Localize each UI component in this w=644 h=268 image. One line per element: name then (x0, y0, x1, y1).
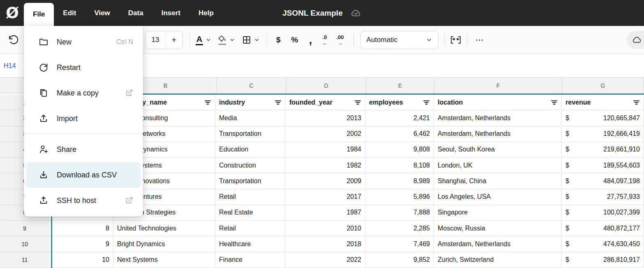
file-menu-item-make-a-copy[interactable]: Make a copy (26, 80, 141, 106)
cell-industry[interactable]: Education (215, 142, 286, 158)
menubar-item-data[interactable]: Data (119, 0, 152, 26)
cell-revenue[interactable]: $286,810,917 (562, 252, 644, 268)
column-field-header-industry[interactable]: industry (215, 95, 286, 110)
cell-employees[interactable]: 7,469 (365, 236, 434, 252)
more-options-button[interactable]: ⋯ (471, 32, 489, 48)
cell-employees[interactable]: 8,108 (365, 158, 434, 173)
cell-employees[interactable]: 9,852 (365, 252, 434, 268)
filter-icon[interactable] (354, 100, 361, 105)
row-header-10[interactable]: 10 (0, 236, 49, 252)
undo-button[interactable] (7, 32, 21, 48)
cell-founded_year[interactable]: 1984 (286, 142, 365, 158)
cell-founded_year[interactable]: 1982 (286, 158, 365, 173)
fill-color-button[interactable] (218, 32, 235, 48)
cell-revenue[interactable]: $480,872,177 (562, 221, 644, 236)
cell-founded_year[interactable]: 2013 (286, 110, 365, 126)
cell-founded_year[interactable]: 2022 (286, 252, 365, 268)
convert-format-button[interactable] (449, 32, 463, 48)
font-size-increase-button[interactable]: + (165, 31, 182, 49)
text-color-button[interactable]: A (196, 32, 211, 48)
file-menu-item-download-as-csv[interactable]: Download as CSV (26, 162, 141, 188)
active-cell-reference[interactable]: H14 (4, 62, 16, 70)
cell-founded_year[interactable]: 1987 (286, 205, 365, 221)
column-header-C[interactable]: C (217, 78, 287, 93)
cell-company_name[interactable]: United Technologies (113, 221, 215, 236)
chevron-down-icon[interactable] (254, 37, 260, 43)
chevron-down-icon[interactable] (205, 37, 211, 43)
app-logo[interactable]: Ø (5, 6, 20, 21)
font-size-value[interactable]: 13 (145, 31, 165, 49)
cell-industry[interactable]: Construction (215, 158, 286, 173)
file-menu-item-import[interactable]: Import (26, 106, 141, 131)
menubar-item-insert[interactable]: Insert (152, 0, 189, 26)
cell-company_name[interactable]: Next Systems (113, 252, 215, 268)
number-format-select[interactable]: Automatic (360, 31, 439, 49)
menubar-item-file[interactable]: File (24, 3, 54, 26)
cell-revenue[interactable]: $120,665,847 (562, 110, 644, 126)
cell-location[interactable]: Amsterdam, Netherlands (434, 110, 562, 126)
filter-icon[interactable] (551, 100, 558, 105)
cell-location[interactable]: Seoul, South Korea (434, 142, 562, 158)
cell-employees[interactable]: 9,808 (365, 142, 434, 158)
cell-industry[interactable]: Healthcare (215, 236, 286, 252)
filter-icon[interactable] (204, 100, 211, 105)
column-field-header-founded_year[interactable]: founded_year (286, 95, 365, 110)
file-menu-item-new[interactable]: NewCtrl N (26, 29, 141, 55)
cell-employees[interactable]: 5,896 (365, 189, 434, 205)
cell-revenue[interactable]: $192,666,419 (562, 126, 644, 142)
cell-founded_year[interactable]: 2010 (286, 221, 365, 236)
cell-founded_year[interactable]: 2018 (286, 236, 365, 252)
cell-location[interactable]: Los Angeles, USA (434, 189, 562, 205)
cell-location[interactable]: Zurich, Switzerland (434, 252, 562, 268)
cell-location[interactable]: Amsterdam, Netherlands (434, 236, 562, 252)
cell-revenue[interactable]: $27,757,933 (562, 189, 644, 205)
menubar-item-help[interactable]: Help (189, 0, 223, 26)
cell-employees[interactable]: 6,462 (365, 126, 434, 142)
cell-revenue[interactable]: $219,661,910 (562, 142, 644, 158)
row-header-11[interactable]: 11 (0, 252, 49, 268)
cell-location[interactable]: Moscow, Russia (434, 221, 562, 236)
row-header-9[interactable]: 9 (0, 221, 49, 236)
column-header-E[interactable]: E (366, 78, 435, 93)
increase-decimals-button[interactable]: .00 → (332, 32, 348, 48)
currency-format-button[interactable]: $ (271, 32, 286, 48)
cell-industry[interactable]: Real Estate (215, 205, 286, 221)
filter-icon[interactable] (633, 100, 640, 105)
cell-employees[interactable]: 7,888 (365, 205, 434, 221)
cell-industry[interactable]: Finance (215, 252, 286, 268)
cell-founded_year[interactable]: 2009 (286, 173, 365, 189)
column-field-header-location[interactable]: location (434, 95, 562, 110)
cell-id[interactable]: 9 (49, 236, 113, 252)
cell-location[interactable]: Amsterdam, Netherlands (434, 126, 562, 142)
file-menu-item-share[interactable]: Share (26, 137, 141, 162)
cell-founded_year[interactable]: 2017 (286, 189, 365, 205)
cell-industry[interactable]: Retail (215, 221, 286, 236)
cell-employees[interactable]: 2,421 (365, 110, 434, 126)
document-title[interactable]: JSONL Example (282, 9, 342, 18)
cell-industry[interactable]: Transportation (215, 173, 286, 189)
cell-industry[interactable]: Media (215, 110, 286, 126)
file-menu-item-restart[interactable]: Restart (26, 55, 141, 80)
cell-location[interactable]: Shanghai, China (434, 173, 562, 189)
cell-revenue[interactable]: $474,630,450 (562, 236, 644, 252)
column-field-header-revenue[interactable]: revenue (562, 95, 644, 110)
column-field-header-employees[interactable]: employees (365, 95, 434, 110)
cell-revenue[interactable]: $189,554,603 (562, 158, 644, 173)
cell-employees[interactable]: 2,285 (365, 221, 434, 236)
filter-icon[interactable] (275, 100, 282, 105)
cell-employees[interactable]: 8,989 (365, 173, 434, 189)
cell-company_name[interactable]: Bright Dynamics (113, 236, 215, 252)
menubar-item-view[interactable]: View (85, 0, 119, 26)
cell-revenue[interactable]: $484,097,198 (562, 173, 644, 189)
column-header-D[interactable]: D (286, 78, 366, 93)
percent-format-button[interactable]: % (286, 32, 304, 48)
column-header-G[interactable]: G (562, 78, 644, 93)
filter-icon[interactable] (423, 100, 430, 105)
menubar-item-edit[interactable]: Edit (54, 0, 85, 26)
cell-industry[interactable]: Transportation (215, 126, 286, 142)
cell-location[interactable]: London, UK (434, 158, 562, 173)
cell-industry[interactable]: Retail (215, 189, 286, 205)
cell-founded_year[interactable]: 2002 (286, 126, 365, 142)
thousands-separator-button[interactable]: , (303, 32, 317, 48)
cell-revenue[interactable]: $100,027,399 (562, 205, 644, 221)
